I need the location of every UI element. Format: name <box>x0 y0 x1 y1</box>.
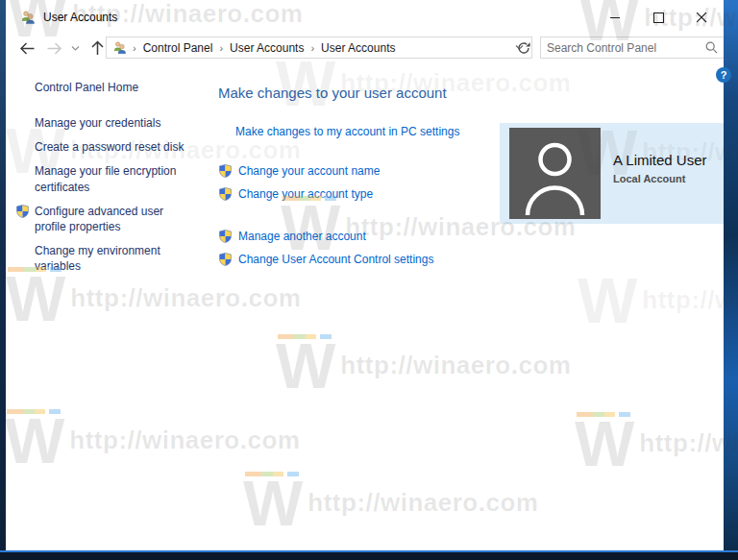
manage-another-account-row[interactable]: Manage another account <box>218 230 724 243</box>
content-area: Control Panel Home Manage your credentia… <box>6 61 724 550</box>
person-icon <box>509 128 601 219</box>
sidebar-item-label: Change my environment variables <box>35 244 160 273</box>
uac-shield-icon <box>218 253 232 266</box>
change-uac-settings-link[interactable]: Change User Account Control settings <box>238 253 433 266</box>
breadcrumb-users-icon <box>112 40 127 55</box>
account-name: A Limited User <box>613 152 707 168</box>
minimize-button[interactable] <box>594 0 637 35</box>
change-account-name-link[interactable]: Change your account name <box>238 164 380 178</box>
window-title: User Accounts <box>43 11 117 24</box>
refresh-icon <box>517 41 530 55</box>
help-button[interactable]: ? <box>716 67 731 83</box>
breadcrumb-control-panel[interactable]: Control Panel <box>140 41 216 55</box>
up-button[interactable] <box>90 40 105 56</box>
close-button[interactable] <box>680 0 724 35</box>
back-icon <box>19 41 36 56</box>
breadcrumb-separator-icon: › <box>307 42 318 54</box>
recent-pages-button[interactable] <box>71 45 80 52</box>
search-icon[interactable] <box>705 41 718 54</box>
sidebar-item-label: Create a password reset disk <box>35 140 184 154</box>
change-account-type-link[interactable]: Change your account type <box>238 187 373 201</box>
sidebar-item-control-panel-home[interactable]: Control Panel Home <box>35 81 215 94</box>
user-account-tile: A Limited User Local Account <box>500 123 729 224</box>
change-uac-settings-row[interactable]: Change User Account Control settings <box>218 253 724 266</box>
search-input[interactable] <box>541 41 705 55</box>
manage-another-account-link[interactable]: Manage another account <box>238 230 366 243</box>
desktop-edge-right <box>724 0 738 560</box>
forward-icon <box>46 41 62 56</box>
breadcrumb-user-accounts[interactable]: User Accounts <box>227 41 307 55</box>
uac-shield-icon <box>218 187 232 201</box>
refresh-button[interactable] <box>513 37 534 59</box>
title-bar: User Accounts <box>6 0 724 35</box>
pc-settings-link[interactable]: Make changes to my account in PC setting… <box>235 125 459 138</box>
user-accounts-icon <box>20 10 36 25</box>
sidebar-item-label: Configure advanced user profile properti… <box>35 205 163 233</box>
page-title: Make changes to your user account <box>218 85 724 101</box>
up-arrow-icon <box>90 40 105 56</box>
maximize-button[interactable] <box>637 0 680 35</box>
uac-shield-icon <box>218 164 232 178</box>
sidebar-item-encryption-certificates[interactable]: Manage your file encryption certificates <box>35 163 190 194</box>
user-accounts-window: User Accounts <box>0 0 738 560</box>
minimize-icon <box>610 12 621 23</box>
sidebar-item-label: Manage your credentials <box>35 116 160 130</box>
breadcrumb-separator-icon: › <box>129 42 140 54</box>
breadcrumb-separator-icon: › <box>215 42 227 54</box>
help-icon: ? <box>721 69 727 81</box>
sidebar-item-label: Manage your file encryption certificates <box>35 164 176 193</box>
chevron-down-icon <box>71 45 80 52</box>
sidebar-item-advanced-user-profile[interactable]: Configure advanced user profile properti… <box>35 204 190 234</box>
sidebar-item-environment-variables[interactable]: Change my environment variables <box>35 243 190 274</box>
sidebar: Control Panel Home Manage your credentia… <box>6 61 215 283</box>
navigation-toolbar: › Control Panel › User Accounts › User A… <box>6 35 724 61</box>
breadcrumb-user-accounts-2[interactable]: User Accounts <box>318 41 398 55</box>
address-bar[interactable]: › Control Panel › User Accounts › User A… <box>106 37 532 59</box>
account-type: Local Account <box>613 173 685 184</box>
search-box <box>540 37 725 59</box>
sidebar-item-manage-credentials[interactable]: Manage your credentials <box>35 115 190 131</box>
maximize-icon <box>653 12 664 23</box>
desktop-edge-left <box>0 0 6 560</box>
sidebar-item-password-reset-disk[interactable]: Create a password reset disk <box>35 139 190 155</box>
uac-shield-icon <box>218 230 232 243</box>
back-button[interactable] <box>19 41 36 56</box>
uac-shield-icon <box>16 205 29 222</box>
avatar <box>509 128 601 219</box>
forward-button[interactable] <box>46 41 62 56</box>
close-icon <box>697 12 707 23</box>
window-controls <box>594 0 724 35</box>
desktop-edge-bottom <box>0 550 738 560</box>
